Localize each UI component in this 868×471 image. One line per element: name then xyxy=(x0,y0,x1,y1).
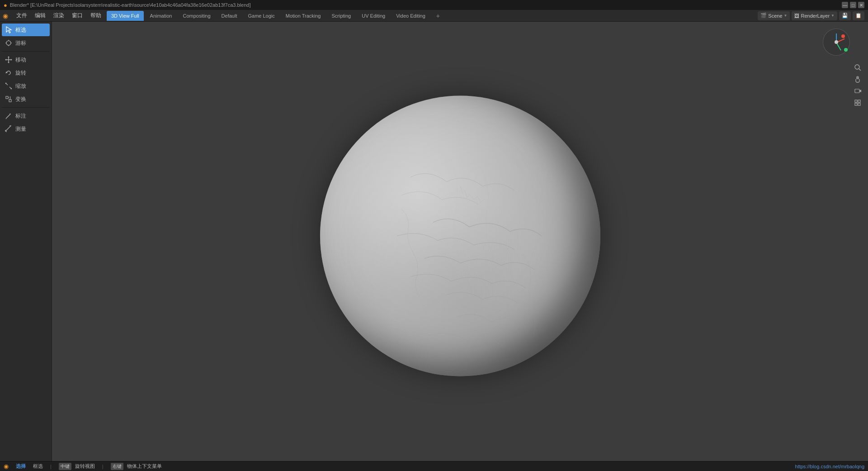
gizmo-circle xyxy=(823,29,850,56)
tool-transform-label: 变换 xyxy=(15,95,26,103)
menu-window[interactable]: 窗口 xyxy=(68,11,86,21)
status-separator-2: | xyxy=(102,464,104,469)
svg-line-23 xyxy=(6,118,6,119)
svg-rect-33 xyxy=(858,100,860,102)
svg-marker-0 xyxy=(6,27,11,33)
tab-uv-editing[interactable]: UV Editing xyxy=(357,11,390,21)
tool-transform[interactable]: 变换 xyxy=(2,93,50,105)
svg-marker-11 xyxy=(11,59,12,61)
window-title: Blender* [E:\UnReal Projects\solarsystem… xyxy=(10,2,251,8)
svg-rect-32 xyxy=(855,100,857,102)
status-context-label: 物体上下文菜单 xyxy=(127,463,162,470)
status-pipe-1: | xyxy=(50,464,52,469)
title-bar: ● Blender* [E:\UnReal Projects\solarsyst… xyxy=(0,0,868,10)
tool-measure-label: 测量 xyxy=(15,125,26,133)
tool-scale[interactable]: 缩放 xyxy=(2,80,50,92)
save-icon: 💾 xyxy=(842,13,848,19)
renderlayer-icon: 🖼 xyxy=(794,13,799,19)
menu-file[interactable]: 文件 xyxy=(13,11,31,21)
move-icon xyxy=(5,56,13,64)
tool-move[interactable]: 移动 xyxy=(2,53,50,66)
status-select-label: 框选 xyxy=(33,463,43,470)
svg-point-28 xyxy=(855,65,859,69)
status-mid-key: 中键 xyxy=(59,463,71,470)
left-toolbar: 框选 游标 xyxy=(0,22,52,461)
scene-selector[interactable]: 🎬 Scene ▼ xyxy=(758,11,790,20)
scale-icon xyxy=(5,82,13,90)
status-select-key: 选择 xyxy=(16,463,26,470)
minimize-button[interactable]: — xyxy=(842,2,848,8)
tab-3d-view-full[interactable]: 3D View Full xyxy=(107,11,144,21)
grid-toggle-button[interactable] xyxy=(853,98,863,108)
tab-default[interactable]: Default xyxy=(217,11,242,21)
measure-icon xyxy=(5,125,13,133)
globe-sphere xyxy=(320,95,600,376)
gizmo-red-dot xyxy=(841,34,845,38)
tool-select-label: 框选 xyxy=(15,26,26,34)
tool-rotate-label: 旋转 xyxy=(15,69,26,77)
close-button[interactable]: ✕ xyxy=(858,2,864,8)
workspace-tabs: 3D View Full Animation Compositing Defau… xyxy=(107,11,754,21)
transform-icon xyxy=(5,95,13,103)
status-pipe-2: | xyxy=(102,464,104,469)
tool-rotate[interactable]: 旋转 xyxy=(2,67,50,79)
viewport-gizmo[interactable] xyxy=(823,29,850,56)
gizmo-center-dot xyxy=(835,40,838,44)
viewport-right-buttons xyxy=(853,62,863,108)
status-context-key: 右键 xyxy=(111,463,123,470)
tool-annotate[interactable]: 标注 xyxy=(2,109,50,122)
status-context-menu: 右键 物体上下文菜单 xyxy=(111,463,162,470)
svg-line-21 xyxy=(6,114,10,118)
menu-edit[interactable]: 编辑 xyxy=(31,11,49,21)
svg-marker-9 xyxy=(8,62,9,63)
toolbar-separator-1 xyxy=(2,51,50,52)
status-blender-icon: ◉ xyxy=(4,463,9,470)
add-workspace-button[interactable]: + xyxy=(434,11,443,20)
svg-marker-10 xyxy=(5,59,6,61)
scene-dropdown-arrow: ▼ xyxy=(784,14,788,18)
maximize-button[interactable]: □ xyxy=(850,2,856,8)
title-bar-left: ● Blender* [E:\UnReal Projects\solarsyst… xyxy=(4,2,250,9)
title-bar-controls: — □ ✕ xyxy=(842,2,864,8)
menu-help[interactable]: 帮助 xyxy=(87,11,105,21)
tool-cursor[interactable]: 游标 xyxy=(2,37,50,49)
tab-game-logic[interactable]: Game Logic xyxy=(243,11,279,21)
tool-select[interactable]: 框选 xyxy=(2,24,50,36)
menu-render[interactable]: 渲染 xyxy=(50,11,68,21)
save-startup-button[interactable]: 💾 xyxy=(839,11,851,20)
status-select: 选择 xyxy=(16,463,26,470)
tab-scripting[interactable]: Scripting xyxy=(327,11,355,21)
toolbar-separator-2 xyxy=(2,107,50,108)
blender-logo-icon: ● xyxy=(4,2,7,9)
globe-container xyxy=(320,95,600,376)
grab-viewport-button[interactable] xyxy=(853,74,863,84)
tab-compositing[interactable]: Compositing xyxy=(178,11,215,21)
3d-viewport[interactable] xyxy=(52,22,868,461)
tool-cursor-label: 游标 xyxy=(15,39,26,47)
renderlayer-label: RenderLayer xyxy=(801,13,830,19)
status-website: https://blog.csdn.net/mrbaolqng xyxy=(795,464,864,469)
annotate-icon xyxy=(5,112,13,120)
tab-animation[interactable]: Animation xyxy=(146,11,177,21)
tool-scale-label: 缩放 xyxy=(15,82,26,90)
header-right-controls: 🎬 Scene ▼ 🖼 RenderLayer ▼ 💾 📋 xyxy=(754,11,868,20)
svg-rect-18 xyxy=(9,100,11,102)
svg-line-29 xyxy=(859,69,861,71)
blender-icon: ◉ xyxy=(3,12,8,19)
status-separator-1: | xyxy=(50,464,52,469)
svg-rect-30 xyxy=(855,89,859,93)
tab-video-editing[interactable]: Video Editing xyxy=(392,11,430,21)
tab-motion-tracking[interactable]: Motion Tracking xyxy=(281,11,326,21)
tool-measure[interactable]: 测量 xyxy=(2,123,50,135)
camera-view-button[interactable] xyxy=(853,86,863,96)
status-view-label: 旋转视图 xyxy=(75,463,95,470)
copy-buffer-button[interactable]: 📋 xyxy=(853,11,864,20)
tool-move-label: 移动 xyxy=(15,56,26,64)
status-mid-btn: 中键 旋转视图 xyxy=(59,463,95,470)
renderlayer-dropdown-arrow: ▼ xyxy=(831,14,835,18)
svg-point-1 xyxy=(6,41,11,45)
renderlayer-selector[interactable]: 🖼 RenderLayer ▼ xyxy=(792,11,837,20)
blender-menu-logo[interactable]: ◉ xyxy=(0,12,11,19)
scene-icon: 🎬 xyxy=(760,13,767,19)
zoom-extents-button[interactable] xyxy=(853,62,863,72)
